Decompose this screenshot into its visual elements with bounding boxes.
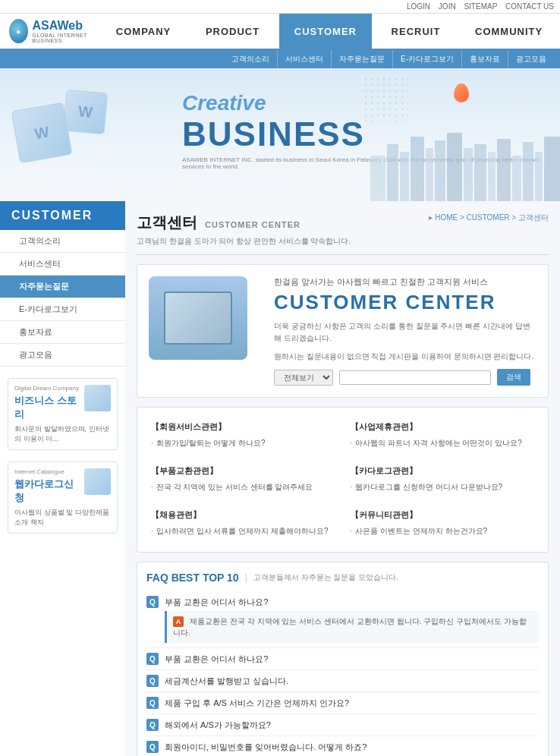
- sidebar: CUSTOMER 고객의소리 서비스센터 자주묻는질문 E-카다로그보기 홍보자…: [0, 201, 125, 756]
- join-link[interactable]: JOIN: [439, 2, 456, 11]
- page-header-desc: 고객님의 한걸음 도마가 되어 항상 편안한 서비스를 약속합니다.: [137, 236, 429, 247]
- subnav-item-5[interactable]: 홍보자료: [462, 50, 508, 68]
- sidebar-menu-item-6[interactable]: 광고모음: [0, 344, 125, 367]
- faq-question-3[interactable]: Q 세금계산서를 발행받고 싶습니다.: [146, 675, 539, 687]
- faq-link-title-3: 【부품교환관련】: [151, 465, 335, 477]
- faq-question-6[interactable]: Q 회원아이디, 비밀번호를 잊어버렸습니다. 어떻게 하죠?: [146, 741, 539, 753]
- cc-actions: 전체보기 검색: [274, 369, 536, 386]
- breadcrumb: ▸ HOME > CUSTOMER > 고객센터: [429, 213, 549, 223]
- svg-rect-2: [400, 152, 409, 201]
- subnav-item-3[interactable]: 자주묻는질문: [332, 50, 393, 68]
- cc-heading: 한걸음 앞서가는 아사웹의 빠르고 친절한 고객지원 서비스: [274, 276, 536, 288]
- faq-link-section-2: 【사업제휴관련】 아사웹의 파트너 자격 사항에는 어떤것이 있나요?: [346, 417, 540, 455]
- nav-product[interactable]: PRODUCT: [190, 14, 275, 49]
- cc-select[interactable]: 전체보기: [274, 370, 333, 386]
- page-header-title: 고객센터 CUSTOMER CENTER: [137, 213, 429, 233]
- customer-center-box: 한걸음 앞서가는 아사웹의 빠르고 친절한 고객지원 서비스 CUSTOMER …: [137, 264, 549, 398]
- faq-item-4[interactable]: Q 제품 구입 후 A/S 서비스 기간은 언제까지 인가요?: [146, 692, 539, 714]
- sidebar-menu-item-4[interactable]: E-카다로그보기: [0, 298, 125, 321]
- faq-q-text-6: 회원아이디, 비밀번호를 잊어버렸습니다. 어떻게 하죠?: [165, 742, 367, 753]
- sitemap-link[interactable]: SITEMAP: [464, 2, 497, 11]
- cc-left: [149, 276, 263, 386]
- nav-community[interactable]: COMMUNITY: [460, 14, 558, 49]
- faq-link-title-5: 【채용관련】: [151, 509, 335, 521]
- sidebar-menu-item-5[interactable]: 홍보자료: [0, 321, 125, 344]
- faq-q-badge-2: Q: [146, 653, 159, 665]
- breadcrumb-path: HOME > CUSTOMER > 고객센터: [435, 213, 549, 222]
- faq-q-text-1: 부품 교환은 어디서 하나요?: [165, 597, 268, 608]
- promo-2-image: [84, 468, 111, 495]
- faq-item-5[interactable]: Q 해외에서 A/S가 가능할까요?: [146, 714, 539, 736]
- cc-title: CUSTOMER CENTER: [274, 291, 536, 314]
- sidebar-menu-item-1[interactable]: 고객의소리: [0, 230, 125, 253]
- svg-rect-7: [464, 148, 473, 201]
- hero-3d-icon-med: W: [63, 90, 109, 135]
- nav-items: COMPANY PRODUCT CUSTOMER RECRUIT COMMUNI…: [99, 14, 560, 49]
- cc-desc-1: 더욱 궁금하신 사항은 고객의 소리를 통한 질문을 주시면 빠른 시간내에 답…: [274, 320, 536, 345]
- svg-rect-14: [544, 137, 560, 201]
- svg-rect-4: [426, 148, 433, 201]
- faq-item-3[interactable]: Q 세금계산서를 발행받고 싶습니다.: [146, 670, 539, 692]
- cc-tv-image: [149, 276, 247, 360]
- promo-1-image: [84, 385, 111, 411]
- sidebar-link-5[interactable]: 홍보자료: [0, 321, 125, 343]
- faq-question-5[interactable]: Q 해외에서 A/S가 가능할까요?: [146, 719, 539, 731]
- hero-city: [370, 110, 560, 201]
- svg-rect-11: [512, 156, 521, 201]
- promo-1-desc: 회사문의 발달하였으며, 인터넷의 이용이 더...: [14, 424, 111, 443]
- sidebar-link-1[interactable]: 고객의소리: [0, 230, 125, 252]
- cc-search-input[interactable]: [339, 370, 491, 385]
- faq-link-title-6: 【커뮤니티관련】: [351, 509, 535, 521]
- top-util-bar: LOGIN JOIN SITEMAP CONTACT US: [0, 0, 560, 14]
- faq-link-item-3-1[interactable]: 전국 각 지역에 있는 서비스 센터를 알려주세요: [151, 480, 335, 494]
- logo-area: ● ASAWeb GLOBAL INTERNET BUSINESS: [0, 19, 99, 43]
- svg-rect-6: [447, 133, 462, 201]
- cc-search-button[interactable]: 검색: [497, 369, 530, 386]
- sidebar-menu-item-3[interactable]: 자주묻는질문: [0, 276, 125, 298]
- svg-rect-13: [535, 152, 543, 201]
- logo-text: ASAWeb GLOBAL INTERNET BUSINESS: [33, 19, 99, 43]
- faq-link-item-2-1[interactable]: 아사웹의 파트너 자격 사항에는 어떤것이 있나요?: [351, 436, 535, 450]
- logo-name: ASAWeb: [33, 19, 99, 33]
- faq-link-title-2: 【사업제휴관련】: [351, 421, 535, 433]
- faq-link-item-6-1[interactable]: 사은품 이벤트는 언제까지 하는건가요?: [351, 524, 535, 538]
- sidebar-link-3[interactable]: 자주묻는질문: [0, 276, 125, 298]
- sidebar-menu-item-2[interactable]: 서비스센터: [0, 253, 125, 276]
- faq-link-item-1-1[interactable]: 회원가입/탈퇴는 어떻게 하나요?: [151, 436, 335, 450]
- subnav-item-6[interactable]: 광고모음: [508, 50, 554, 68]
- faq-link-section-6: 【커뮤니티관련】 사은품 이벤트는 언제까지 하는건가요?: [346, 505, 540, 543]
- faq-link-title-4: 【카다로그관련】: [351, 465, 535, 477]
- sidebar-promo-1[interactable]: Digital Dream Company 비즈니스 스토리 회사문의 발달하였…: [8, 378, 118, 450]
- faq-answer-1: A 제품교환은 전국 각 지역에 있는 서비스 센터에서 교환하시면 됩니다. …: [165, 611, 539, 643]
- faq-question-2[interactable]: Q 부품 교환은 어디서 하나요?: [146, 653, 539, 665]
- faq-item-2[interactable]: Q 부품 교환은 어디서 하나요?: [146, 648, 539, 670]
- sidebar-link-4[interactable]: E-카다로그보기: [0, 298, 125, 320]
- faq-item-1[interactable]: Q 부품 교환은 어디서 하나요? A 제품교환은 전국 각 지역에 있는 서비…: [146, 591, 539, 648]
- subnav-item-4[interactable]: E-카다로그보기: [393, 50, 462, 68]
- sidebar-link-6[interactable]: 광고모음: [0, 344, 125, 366]
- faq-item-6[interactable]: Q 회원아이디, 비밀번호를 잊어버렸습니다. 어떻게 하죠?: [146, 736, 539, 756]
- faq-question-1[interactable]: Q 부품 교환은 어디서 하나요?: [146, 596, 539, 608]
- sidebar-promo-2[interactable]: Internet Catalogue 웹카다로그신청 아사웹의 상품별 및 다양…: [8, 461, 118, 534]
- hero-banner: W W Creative BUSINESS ASAWEB INTERNET IN…: [0, 68, 560, 201]
- nav-company[interactable]: COMPANY: [101, 14, 186, 49]
- contact-link[interactable]: CONTACT US: [505, 2, 554, 11]
- sidebar-link-2[interactable]: 서비스센터: [0, 253, 125, 275]
- faq-q-badge-1: Q: [146, 596, 159, 608]
- faq-top-subtitle: 고객분들께서 자주묻는 질문을 모았습니다.: [253, 572, 398, 583]
- subnav-item-1[interactable]: 고객의소리: [224, 50, 278, 68]
- faq-link-item-5-1[interactable]: 입사하려면 입사 서류를 언제까지 제출해야하나요?: [151, 524, 335, 538]
- page-header: 고객센터 CUSTOMER CENTER 고객님의 한걸음 도마가 되어 항상 …: [137, 213, 549, 255]
- nav-recruit[interactable]: RECRUIT: [376, 14, 456, 49]
- faq-link-section-3: 【부품교환관련】 전국 각 지역에 있는 서비스 센터를 알려주세요: [146, 461, 340, 499]
- faq-question-4[interactable]: Q 제품 구입 후 A/S 서비스 기간은 언제까지 인가요?: [146, 697, 539, 709]
- faq-q-text-4: 제품 구입 후 A/S 서비스 기간은 언제까지 인가요?: [165, 698, 349, 709]
- faq-link-item-4-1[interactable]: 웹카다로그를 신청하면 어디서 다운받나요?: [351, 480, 535, 494]
- nav-customer[interactable]: CUSTOMER: [279, 14, 372, 49]
- content-wrapper: CUSTOMER 고객의소리 서비스센터 자주묻는질문 E-카다로그보기 홍보자…: [0, 201, 560, 756]
- subnav-item-2[interactable]: 서비스센터: [278, 50, 332, 68]
- faq-top-title: FAQ BEST TOP 10: [146, 572, 239, 584]
- login-link[interactable]: LOGIN: [407, 2, 430, 11]
- faq-q-badge-3: Q: [146, 675, 159, 687]
- svg-rect-0: [370, 156, 385, 201]
